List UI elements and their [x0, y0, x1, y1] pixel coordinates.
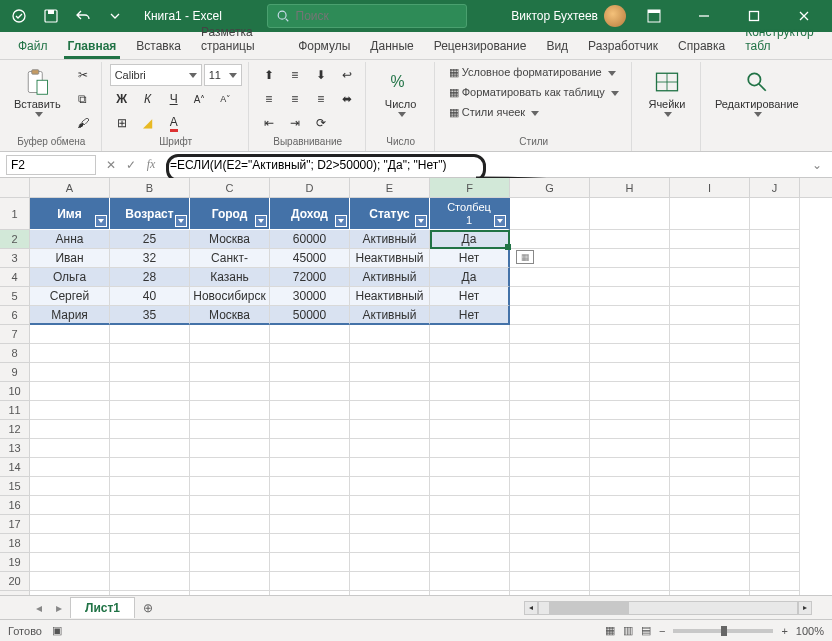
cell[interactable] [510, 363, 590, 382]
cell[interactable] [510, 401, 590, 420]
tab-view[interactable]: Вид [536, 35, 578, 59]
filter-icon[interactable] [335, 215, 347, 227]
cell[interactable] [350, 401, 430, 420]
cell[interactable] [590, 230, 670, 249]
cell[interactable] [590, 458, 670, 477]
cell[interactable]: Да [430, 268, 510, 287]
cell[interactable] [270, 591, 350, 595]
row-header[interactable]: 13 [0, 439, 30, 458]
cell[interactable] [190, 553, 270, 572]
search-box[interactable] [267, 4, 467, 28]
cell[interactable] [670, 420, 750, 439]
row-header[interactable]: 17 [0, 515, 30, 534]
cell[interactable] [270, 572, 350, 591]
cell[interactable] [270, 553, 350, 572]
cell[interactable] [190, 534, 270, 553]
paste-button[interactable]: Вставить [8, 64, 67, 121]
cell[interactable]: Казань [190, 268, 270, 287]
cell[interactable] [350, 591, 430, 595]
row-header[interactable]: 15 [0, 477, 30, 496]
autosave-icon[interactable] [6, 3, 32, 29]
cell[interactable] [750, 458, 800, 477]
cell[interactable] [670, 344, 750, 363]
hscroll-thumb[interactable] [549, 602, 629, 614]
filter-icon[interactable] [494, 215, 506, 227]
cell[interactable] [590, 198, 670, 230]
cell[interactable] [270, 363, 350, 382]
cell[interactable] [510, 534, 590, 553]
filter-icon[interactable] [175, 215, 187, 227]
align-top-icon[interactable]: ⬆ [257, 64, 281, 86]
cell[interactable] [670, 198, 750, 230]
cell[interactable] [510, 496, 590, 515]
view-layout-icon[interactable]: ▥ [623, 624, 633, 637]
cell[interactable] [590, 363, 670, 382]
cut-icon[interactable]: ✂ [71, 64, 95, 86]
row-header[interactable]: 21 [0, 591, 30, 595]
table-header[interactable]: Доход [270, 198, 350, 230]
cell[interactable]: Иван [30, 249, 110, 268]
cell[interactable]: 60000 [270, 230, 350, 249]
editing-button[interactable]: Редактирование [709, 64, 805, 121]
cell[interactable] [30, 553, 110, 572]
cell[interactable] [270, 382, 350, 401]
merge-icon[interactable]: ⬌ [335, 88, 359, 110]
cell[interactable] [110, 477, 190, 496]
cell-styles-button[interactable]: ▦ Стили ячеек [443, 104, 625, 121]
cell[interactable] [110, 534, 190, 553]
cell[interactable] [30, 420, 110, 439]
filter-icon[interactable] [255, 215, 267, 227]
cell[interactable] [110, 572, 190, 591]
row-header[interactable]: 2 [0, 230, 30, 249]
cell[interactable] [430, 572, 510, 591]
cell[interactable] [670, 477, 750, 496]
cell[interactable] [750, 439, 800, 458]
cell[interactable] [110, 515, 190, 534]
cell[interactable] [190, 344, 270, 363]
tab-developer[interactable]: Разработчик [578, 35, 668, 59]
cell[interactable] [670, 306, 750, 325]
cell[interactable] [750, 363, 800, 382]
worksheet-grid[interactable]: A B C D E F G H I J 1 Имя Возраст Город … [0, 178, 832, 595]
cell[interactable] [430, 553, 510, 572]
cell[interactable] [350, 363, 430, 382]
wrap-text-icon[interactable]: ↩ [335, 64, 359, 86]
cell[interactable] [430, 420, 510, 439]
ribbon-display-icon[interactable] [632, 0, 676, 32]
cell[interactable] [110, 496, 190, 515]
cell[interactable] [350, 515, 430, 534]
cell[interactable] [430, 591, 510, 595]
conditional-formatting-button[interactable]: ▦ Условное форматирование [443, 64, 625, 81]
cell[interactable] [670, 401, 750, 420]
cell[interactable] [590, 401, 670, 420]
name-box[interactable] [6, 155, 96, 175]
sheet-nav-next-icon[interactable]: ▸ [50, 601, 68, 615]
font-size-combo[interactable]: 11 [204, 64, 242, 86]
cell[interactable] [190, 591, 270, 595]
cell[interactable] [670, 496, 750, 515]
row-header[interactable]: 20 [0, 572, 30, 591]
cell[interactable] [30, 458, 110, 477]
col-header[interactable]: A [30, 178, 110, 197]
cell[interactable] [750, 591, 800, 595]
cell[interactable] [190, 325, 270, 344]
cell[interactable] [510, 268, 590, 287]
select-all-corner[interactable] [0, 178, 30, 197]
cell[interactable] [110, 344, 190, 363]
cell[interactable] [270, 534, 350, 553]
cell[interactable] [750, 287, 800, 306]
cell[interactable] [110, 325, 190, 344]
cell[interactable] [110, 591, 190, 595]
cell[interactable] [350, 534, 430, 553]
cell[interactable]: Новосибирск [190, 287, 270, 306]
cell[interactable] [350, 344, 430, 363]
filter-icon[interactable] [95, 215, 107, 227]
cell[interactable] [670, 458, 750, 477]
table-header[interactable]: Имя [30, 198, 110, 230]
cell[interactable]: Анна [30, 230, 110, 249]
cell[interactable] [750, 230, 800, 249]
tab-home[interactable]: Главная [58, 35, 127, 59]
cell[interactable] [350, 325, 430, 344]
cell[interactable] [590, 344, 670, 363]
tab-review[interactable]: Рецензирование [424, 35, 537, 59]
